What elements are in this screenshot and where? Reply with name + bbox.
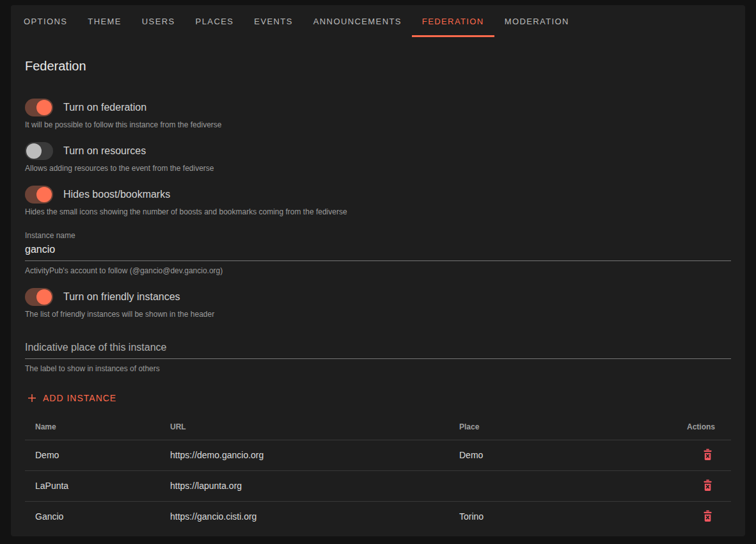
cell-actions: [670, 440, 731, 470]
tab-events[interactable]: EVENTS: [244, 5, 303, 37]
cell-name: Demo: [25, 440, 160, 470]
table-row: Demo https://demo.gancio.org Demo: [25, 440, 731, 470]
instance-name-field-group: Instance name ActivityPub's account to f…: [25, 231, 731, 275]
friendly-instances-toggle[interactable]: [25, 288, 53, 306]
tab-places[interactable]: PLACES: [185, 5, 244, 37]
header-place: Place: [449, 414, 670, 440]
instances-table: Name URL Place Actions Demo https://demo…: [25, 414, 731, 532]
boost-toggle-caption: Hides the small icons showing the number…: [25, 207, 731, 216]
cell-name: Gancio: [25, 501, 160, 532]
toggle-thumb: [36, 100, 52, 115]
instance-place-hint: The label to show in instances of others: [25, 364, 731, 373]
cell-place: [449, 470, 670, 501]
table-header-row: Name URL Place Actions: [25, 414, 731, 440]
hide-boost-toggle[interactable]: [25, 186, 53, 204]
boost-toggle-row: Hides boost/bookmarks: [25, 186, 731, 204]
toggle-thumb: [26, 143, 42, 159]
plus-icon: [26, 392, 38, 404]
delete-instance-button[interactable]: [700, 508, 715, 524]
federation-toggle[interactable]: [25, 99, 53, 116]
tab-theme[interactable]: THEME: [77, 5, 132, 37]
table-row: LaPunta https://lapunta.org: [25, 470, 731, 501]
instance-name-label: Instance name: [25, 231, 731, 240]
delete-instance-button[interactable]: [700, 447, 715, 463]
resources-toggle-caption: Allows adding resources to the event fro…: [25, 164, 731, 173]
friendly-toggle-caption: The list of friendly instances will be s…: [25, 310, 731, 319]
federation-settings: Federation Turn on federation It will be…: [11, 59, 745, 532]
federation-toggle-caption: It will be possible to follow this insta…: [25, 120, 731, 129]
cell-url: https://lapunta.org: [160, 470, 449, 501]
header-name: Name: [25, 414, 160, 440]
cell-place: Torino: [449, 501, 670, 532]
instance-place-field-group: The label to show in instances of others: [25, 338, 731, 373]
header-actions: Actions: [670, 414, 731, 440]
federation-toggle-row: Turn on federation: [25, 99, 731, 116]
resources-toggle[interactable]: [25, 142, 53, 160]
instance-name-input[interactable]: [25, 240, 731, 261]
header-url: URL: [160, 414, 449, 440]
cell-name: LaPunta: [25, 470, 160, 501]
trash-delete-icon: [702, 479, 714, 492]
tab-moderation[interactable]: MODERATION: [494, 5, 579, 37]
trash-delete-icon: [702, 509, 714, 523]
friendly-toggle-row: Turn on friendly instances: [25, 288, 731, 306]
instance-place-input[interactable]: [25, 338, 731, 359]
cell-actions: [670, 501, 731, 532]
admin-settings-panel: OPTIONS THEME USERS PLACES EVENTS ANNOUN…: [11, 5, 745, 536]
toggle-thumb: [36, 289, 52, 305]
page-title: Federation: [25, 59, 731, 74]
tab-federation[interactable]: FEDERATION: [412, 5, 494, 37]
cell-place: Demo: [449, 440, 670, 470]
toggle-thumb: [36, 187, 52, 202]
table-row: Gancio https://gancio.cisti.org Torino: [25, 501, 731, 532]
add-instance-button[interactable]: ADD INSTANCE: [25, 390, 118, 406]
tab-users[interactable]: USERS: [132, 5, 185, 37]
trash-delete-icon: [702, 448, 714, 461]
tab-options[interactable]: OPTIONS: [13, 5, 77, 37]
instance-name-hint: ActivityPub's account to follow (@gancio…: [25, 266, 731, 275]
delete-instance-button[interactable]: [700, 477, 715, 493]
cell-actions: [670, 470, 731, 501]
add-instance-label: ADD INSTANCE: [43, 393, 116, 403]
resources-toggle-row: Turn on resources: [25, 142, 731, 160]
tab-announcements[interactable]: ANNOUNCEMENTS: [303, 5, 412, 37]
admin-tab-bar: OPTIONS THEME USERS PLACES EVENTS ANNOUN…: [11, 5, 745, 37]
hide-boost-toggle-label: Hides boost/bookmarks: [63, 189, 170, 200]
cell-url: https://demo.gancio.org: [160, 440, 449, 470]
federation-toggle-label: Turn on federation: [63, 102, 146, 113]
cell-url: https://gancio.cisti.org: [160, 501, 449, 532]
resources-toggle-label: Turn on resources: [63, 145, 146, 157]
friendly-toggle-label: Turn on friendly instances: [63, 291, 180, 303]
